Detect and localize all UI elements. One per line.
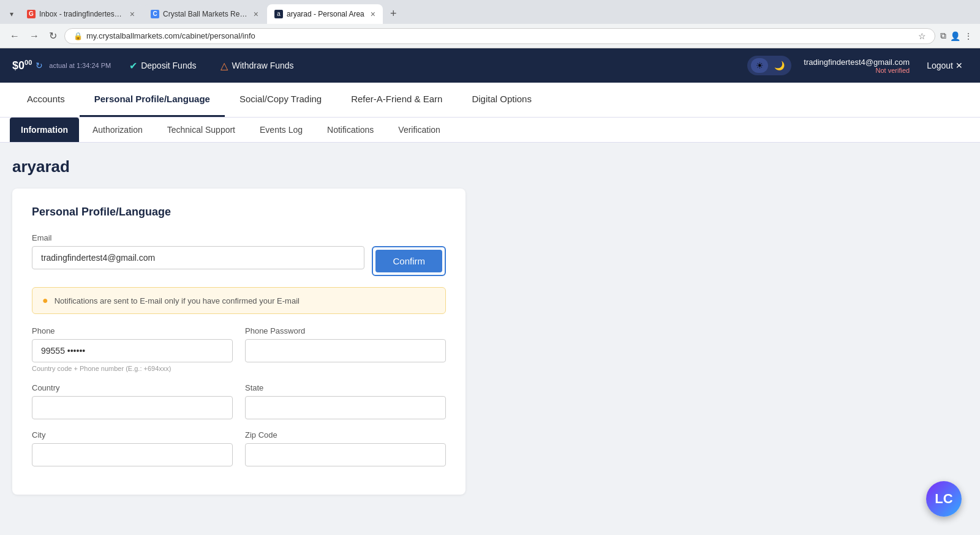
email-input-wrap bbox=[32, 246, 364, 269]
balance-dollars: $0 bbox=[12, 59, 24, 72]
lock-icon: 🔒 bbox=[74, 32, 83, 40]
user-email: tradingfindertest4@gmail.com bbox=[804, 58, 910, 67]
balance-cents: 00 bbox=[24, 59, 32, 66]
phone-password-input[interactable] bbox=[245, 339, 446, 362]
browser-actions: ⧉ 👤 ⋮ bbox=[940, 31, 973, 41]
theme-light-button[interactable]: ☀ bbox=[751, 58, 768, 73]
address-text: my.crystalballmarkets.com/cabinet/person… bbox=[86, 31, 918, 40]
forward-button[interactable]: → bbox=[27, 28, 42, 44]
user-section: tradingfindertest4@gmail.com Not verifie… bbox=[804, 58, 910, 74]
withdraw-button[interactable]: △ Withdraw Funds bbox=[214, 56, 300, 75]
logout-label: Logout bbox=[927, 61, 953, 70]
nav-item-refer-friend[interactable]: Refer-A-Friend & Earn bbox=[336, 83, 457, 117]
address-bar[interactable]: 🔒 my.crystalballmarkets.com/cabinet/pers… bbox=[64, 28, 935, 44]
page-username: aryarad bbox=[12, 157, 968, 176]
main-nav: Accounts Personal Profile/Language Socia… bbox=[0, 83, 980, 118]
phone-row: Phone Country code + Phone number (E.g.:… bbox=[32, 326, 446, 372]
tab-gmail[interactable]: G Inbox - tradingfindertest4@gm... × bbox=[20, 4, 142, 24]
browser-chrome: ▾ G Inbox - tradingfindertest4@gm... × C… bbox=[0, 0, 980, 48]
form-card: Personal Profile/Language Email Confirm … bbox=[12, 189, 466, 495]
city-input[interactable] bbox=[32, 443, 233, 466]
sub-nav: Information Authorization Technical Supp… bbox=[0, 118, 980, 143]
profile-icon[interactable]: 👤 bbox=[950, 31, 960, 41]
tab-aryarad[interactable]: a aryarad - Personal Area × bbox=[267, 4, 383, 24]
state-group: State bbox=[245, 383, 446, 419]
country-input[interactable] bbox=[32, 396, 233, 419]
new-tab-button[interactable]: + bbox=[384, 4, 403, 24]
balance-amount: $000 bbox=[12, 59, 32, 72]
country-state-row: Country State bbox=[32, 383, 446, 419]
tab-title-aryarad: aryarad - Personal Area bbox=[287, 10, 364, 18]
sub-nav-authorization[interactable]: Authorization bbox=[81, 118, 154, 142]
back-button[interactable]: ← bbox=[7, 28, 22, 44]
tab-favicon-gmail: G bbox=[27, 10, 36, 18]
bookmark-icon[interactable]: ☆ bbox=[918, 31, 926, 41]
phone-input[interactable] bbox=[32, 339, 233, 362]
notification-text: Notifications are sent to E-mail only if… bbox=[55, 296, 300, 305]
city-label: City bbox=[32, 430, 233, 440]
withdraw-label: Withdraw Funds bbox=[232, 61, 293, 70]
tab-close-gmail[interactable]: × bbox=[130, 9, 135, 19]
extensions-icon[interactable]: ⧉ bbox=[940, 31, 946, 41]
confirm-btn-wrap: Confirm bbox=[372, 246, 446, 276]
email-input[interactable] bbox=[32, 246, 364, 269]
nav-item-digital-options[interactable]: Digital Options bbox=[457, 83, 546, 117]
reload-button[interactable]: ↻ bbox=[47, 28, 59, 44]
confirm-button[interactable]: Confirm bbox=[375, 250, 442, 272]
chat-icon[interactable]: LC bbox=[926, 481, 962, 517]
phone-password-label: Phone Password bbox=[245, 326, 446, 335]
tab-favicon-crystalball: C bbox=[151, 10, 159, 18]
chat-icon-label: LC bbox=[935, 491, 952, 507]
theme-dark-button[interactable]: 🌙 bbox=[771, 58, 788, 73]
country-group: Country bbox=[32, 383, 233, 419]
nav-item-personal-profile[interactable]: Personal Profile/Language bbox=[80, 83, 225, 117]
page-content: aryarad Personal Profile/Language Email … bbox=[0, 143, 980, 510]
deposit-button[interactable]: ✔ Deposit Funds bbox=[123, 56, 202, 75]
menu-icon[interactable]: ⋮ bbox=[964, 31, 973, 41]
address-bar-row: ← → ↻ 🔒 my.crystalballmarkets.com/cabine… bbox=[0, 24, 980, 48]
state-input[interactable] bbox=[245, 396, 446, 419]
sub-nav-events-log[interactable]: Events Log bbox=[249, 118, 314, 142]
zip-group: Zip Code bbox=[245, 430, 446, 466]
deposit-icon: ✔ bbox=[129, 60, 137, 72]
state-label: State bbox=[245, 383, 446, 392]
logout-icon: ✕ bbox=[956, 61, 963, 70]
sub-nav-information[interactable]: Information bbox=[10, 118, 79, 142]
tab-crystalball[interactable]: C Crystal Ball Markets Review 202... × bbox=[143, 4, 266, 24]
tab-close-aryarad[interactable]: × bbox=[371, 9, 375, 19]
nav-item-accounts[interactable]: Accounts bbox=[12, 83, 80, 117]
zip-input[interactable] bbox=[245, 443, 446, 466]
tab-title-crystalball: Crystal Ball Markets Review 202... bbox=[163, 10, 247, 18]
address-icons: ☆ bbox=[918, 31, 926, 41]
sub-nav-technical-support[interactable]: Technical Support bbox=[156, 118, 246, 142]
theme-toggle: ☀ 🌙 bbox=[747, 56, 791, 75]
phone-group: Phone Country code + Phone number (E.g.:… bbox=[32, 326, 233, 372]
city-zip-row: City Zip Code bbox=[32, 430, 446, 466]
email-group: Email Confirm bbox=[32, 233, 446, 276]
city-group: City bbox=[32, 430, 233, 466]
withdraw-icon: △ bbox=[221, 60, 228, 72]
phone-label: Phone bbox=[32, 326, 233, 335]
zip-label: Zip Code bbox=[245, 430, 446, 440]
tab-bar: ▾ G Inbox - tradingfindertest4@gm... × C… bbox=[0, 0, 980, 24]
nav-item-social-copy[interactable]: Social/Copy Trading bbox=[225, 83, 336, 117]
tab-dropdown[interactable]: ▾ bbox=[5, 6, 18, 22]
country-label: Country bbox=[32, 383, 233, 392]
user-status: Not verified bbox=[876, 67, 910, 74]
tab-favicon-aryarad: a bbox=[274, 10, 283, 18]
tab-title-gmail: Inbox - tradingfindertest4@gm... bbox=[39, 10, 124, 18]
email-label: Email bbox=[32, 233, 446, 242]
sub-nav-notifications[interactable]: Notifications bbox=[316, 118, 385, 142]
tab-close-crystalball[interactable]: × bbox=[254, 9, 258, 19]
notification-dot: ● bbox=[42, 295, 48, 306]
phone-password-group: Phone Password bbox=[245, 326, 446, 372]
refresh-icon[interactable]: ↻ bbox=[36, 61, 43, 70]
logout-button[interactable]: Logout ✕ bbox=[922, 58, 968, 73]
app-header: $000 ↻ actual at 1:34:24 PM ✔ Deposit Fu… bbox=[0, 48, 980, 83]
sub-nav-verification[interactable]: Verification bbox=[387, 118, 451, 142]
notification-banner: ● Notifications are sent to E-mail only … bbox=[32, 287, 446, 314]
phone-hint: Country code + Phone number (E.g.: +694x… bbox=[32, 365, 233, 372]
deposit-label: Deposit Funds bbox=[141, 61, 196, 70]
email-row: Confirm bbox=[32, 246, 446, 276]
form-section-title: Personal Profile/Language bbox=[32, 206, 446, 219]
